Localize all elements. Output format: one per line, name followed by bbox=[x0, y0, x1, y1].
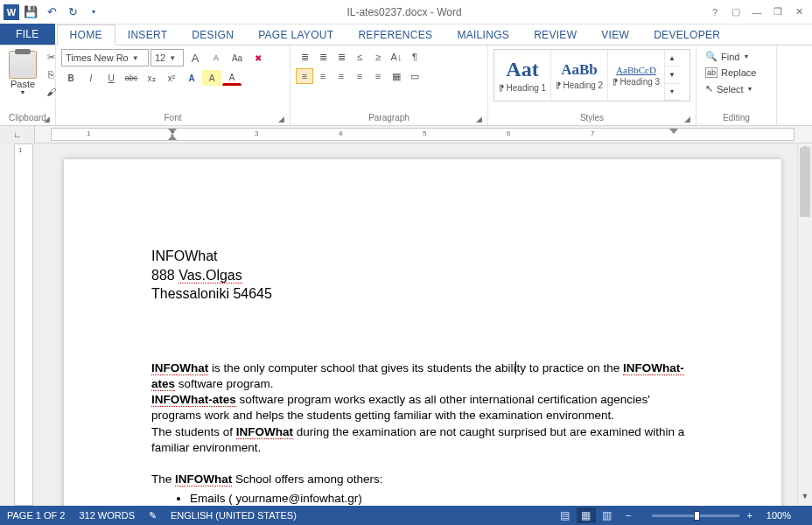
zoom-slider-thumb[interactable] bbox=[694, 511, 700, 521]
tab-developer[interactable]: DEVELOPER bbox=[641, 25, 732, 45]
replace-button[interactable]: abReplace bbox=[702, 66, 771, 80]
web-layout-button[interactable]: ▥ bbox=[598, 508, 617, 523]
tab-mailings[interactable]: MAILINGS bbox=[444, 25, 522, 45]
grow-font-button[interactable]: A bbox=[186, 50, 205, 66]
align-center-button[interactable]: ≡ bbox=[314, 68, 332, 84]
style-row-down[interactable]: ▼ bbox=[665, 66, 679, 83]
style-row-up[interactable]: ▲ bbox=[665, 50, 679, 66]
language-button[interactable]: ENGLISH (UNITED STATES) bbox=[171, 510, 297, 521]
subscript-button[interactable]: x₂ bbox=[142, 70, 161, 86]
text-cursor bbox=[515, 361, 516, 374]
style-item[interactable]: AaBbCcD⁋ Heading 3 bbox=[608, 50, 665, 101]
zoom-out-button[interactable]: − bbox=[626, 510, 631, 521]
multilevel-button[interactable]: ≣ bbox=[332, 49, 350, 65]
zoom-in-button[interactable]: + bbox=[746, 510, 752, 521]
sort-button[interactable]: A↓ bbox=[388, 49, 405, 65]
ruler-area: ∟ 1234567 bbox=[0, 126, 812, 144]
ruler-tick: 7 bbox=[591, 130, 594, 137]
list-item: Emails ( yourname@infowhat.gr) bbox=[190, 491, 694, 506]
highlight-button[interactable]: A bbox=[202, 70, 221, 86]
style-name: ⁋ Heading 3 bbox=[612, 77, 660, 87]
header-block: INFOWhat 888 Vas.Olgas Thessaloniki 5464… bbox=[151, 247, 694, 304]
style-gallery-nav: ▲▼▾ bbox=[665, 50, 679, 101]
line-spacing-button[interactable]: ≡ bbox=[369, 68, 387, 84]
underline-button[interactable]: U bbox=[102, 70, 121, 86]
editing-label: Editing bbox=[702, 112, 771, 123]
title-bar: W 💾 ↶ ↻ ▾ IL-ates0237.docx - Word ? ▢ — … bbox=[0, 0, 812, 24]
header-line-2: 888 Vas.Olgas bbox=[151, 266, 694, 285]
tab-review[interactable]: REVIEW bbox=[522, 25, 589, 45]
body-paragraphs: INFOWhat is the only computer school tha… bbox=[151, 360, 694, 506]
superscript-button[interactable]: x² bbox=[162, 70, 181, 86]
font-name-combo[interactable]: Times New Ro▼ bbox=[61, 49, 149, 66]
zoom-level[interactable]: 100% bbox=[766, 510, 791, 521]
clipboard-dialog-launcher[interactable]: ◢ bbox=[44, 115, 50, 123]
ribbon-display-options-button[interactable]: ▢ bbox=[726, 3, 746, 22]
document-page[interactable]: INFOWhat 888 Vas.Olgas Thessaloniki 5464… bbox=[64, 159, 781, 506]
change-case-button[interactable]: Aa bbox=[228, 50, 247, 66]
paragraph-4: The INFOWhat School offers among others: bbox=[151, 472, 694, 487]
restore-button[interactable]: ❐ bbox=[768, 3, 788, 22]
shrink-font-button[interactable]: A bbox=[206, 50, 226, 66]
bold-button[interactable]: B bbox=[61, 70, 80, 86]
help-button[interactable]: ? bbox=[705, 3, 724, 22]
bullets-button[interactable]: ≣ bbox=[296, 49, 313, 65]
font-size-combo[interactable]: 12▼ bbox=[150, 49, 184, 66]
strike-button[interactable]: abc bbox=[122, 70, 141, 86]
tab-selector[interactable]: ∟ bbox=[0, 126, 35, 144]
styles-dialog-launcher[interactable]: ◢ bbox=[684, 115, 690, 123]
redo-button[interactable]: ↻ bbox=[63, 3, 82, 22]
numbering-button[interactable]: ≣ bbox=[314, 49, 332, 65]
paste-button[interactable]: Paste ▼ bbox=[5, 49, 40, 100]
word-count[interactable]: 312 WORDS bbox=[79, 510, 135, 521]
clipboard-label: Clipboard◢ bbox=[5, 112, 50, 123]
font-color-button[interactable]: A bbox=[222, 70, 242, 86]
page-scroll[interactable]: INFOWhat 888 Vas.Olgas Thessaloniki 5464… bbox=[33, 144, 812, 506]
style-preview: Aat bbox=[506, 58, 538, 81]
read-mode-button[interactable]: ▤ bbox=[556, 508, 575, 523]
increase-indent-button[interactable]: ≥ bbox=[369, 49, 387, 65]
zoom-slider[interactable] bbox=[652, 514, 739, 517]
decrease-indent-button[interactable]: ≤ bbox=[351, 49, 368, 65]
style-item[interactable]: Aat⁋ Heading 1 bbox=[494, 50, 551, 101]
font-dialog-launcher[interactable]: ◢ bbox=[278, 115, 284, 123]
paragraph-dialog-launcher[interactable]: ◢ bbox=[476, 115, 482, 123]
vertical-scrollbar[interactable]: ▲ ▼ bbox=[797, 144, 812, 506]
italic-button[interactable]: I bbox=[81, 70, 101, 86]
borders-button[interactable]: ▭ bbox=[406, 68, 424, 84]
minimize-button[interactable]: — bbox=[747, 3, 766, 22]
right-indent-marker[interactable] bbox=[669, 129, 678, 134]
header-line-1: INFOWhat bbox=[151, 247, 694, 266]
tab-references[interactable]: REFERENCES bbox=[346, 25, 444, 45]
window-title: IL-ates0237.docx - Word bbox=[103, 6, 705, 18]
find-button[interactable]: 🔍Find ▼ bbox=[702, 49, 771, 64]
tab-view[interactable]: VIEW bbox=[589, 25, 641, 45]
scroll-down-button[interactable]: ▼ bbox=[798, 492, 812, 506]
page-count[interactable]: PAGE 1 OF 2 bbox=[7, 510, 65, 521]
tab-insert[interactable]: INSERT bbox=[116, 25, 180, 45]
align-left-button[interactable]: ≡ bbox=[296, 68, 313, 84]
undo-button[interactable]: ↶ bbox=[42, 3, 61, 22]
style-more[interactable]: ▾ bbox=[665, 84, 679, 101]
horizontal-ruler[interactable]: 1234567 bbox=[51, 128, 794, 141]
justify-button[interactable]: ≡ bbox=[351, 68, 368, 84]
vertical-ruler[interactable]: 1 bbox=[14, 144, 33, 506]
tab-file[interactable]: FILE bbox=[0, 24, 55, 45]
tab-home[interactable]: HOME bbox=[57, 24, 116, 46]
align-right-button[interactable]: ≡ bbox=[332, 68, 350, 84]
text-effects-button[interactable]: A bbox=[182, 70, 201, 86]
close-button[interactable]: ✕ bbox=[789, 3, 808, 22]
print-layout-button[interactable]: ▦ bbox=[577, 508, 596, 523]
header-line-3: Thessaloniki 54645 bbox=[151, 284, 694, 304]
select-button[interactable]: ↖Select ▼ bbox=[702, 81, 771, 96]
scroll-thumb[interactable] bbox=[800, 147, 810, 217]
proofing-button[interactable]: ✎ bbox=[149, 510, 157, 522]
clear-formatting-button[interactable]: ✖ bbox=[248, 50, 268, 66]
tab-page-layout[interactable]: PAGE LAYOUT bbox=[246, 25, 346, 45]
qat-customize-button[interactable]: ▾ bbox=[84, 3, 103, 22]
show-marks-button[interactable]: ¶ bbox=[406, 49, 424, 65]
tab-design[interactable]: DESIGN bbox=[179, 25, 246, 45]
save-button[interactable]: 💾 bbox=[21, 3, 40, 22]
shading-button[interactable]: ▦ bbox=[388, 68, 405, 84]
style-item[interactable]: AaBb⁋ Heading 2 bbox=[551, 50, 608, 101]
